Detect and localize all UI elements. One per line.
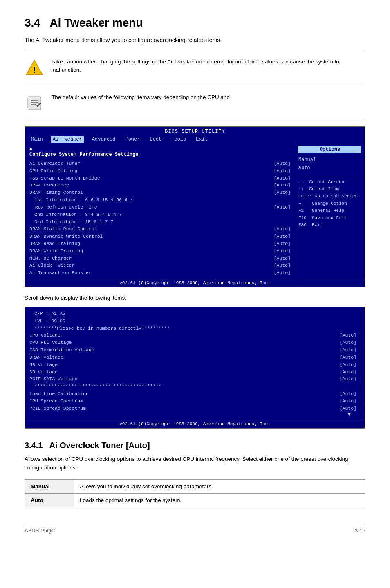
bios2-pcie-sata: PCIE SATA Voltage[Auto]: [29, 375, 356, 383]
option-label-manual: Manual: [25, 479, 74, 493]
section-title-text: Ai Tweaker menu: [49, 16, 143, 29]
svg-text:!: !: [33, 65, 36, 75]
footer-right: 3-15: [355, 527, 365, 534]
bios2-cpu-pll: CPU PLL Voltage[Auto]: [29, 339, 356, 346]
bios2-please-key: ********Please key in numbers directly!*…: [29, 325, 356, 332]
bios-row-dram-static: DRAM Static Read Control[Auto]: [29, 225, 291, 233]
option-manual: Manual: [298, 156, 361, 164]
bios2-main: C/P : A1 A2 LVL : 09 09 ********Please k…: [25, 307, 361, 420]
caution-box: ! Take caution when changing the setting…: [25, 52, 365, 83]
footer-left: ASUS P5QC: [25, 527, 55, 534]
option-label-auto: Auto: [25, 493, 74, 507]
bios-screen-1: BIOS SETUP UTILITY Main Ai Tweaker Advan…: [25, 126, 365, 287]
option-desc-auto: Loads the optimal settings for the syste…: [74, 493, 365, 507]
bios2-pcie-spread: PCIE Spread Spectrum[Auto]: [29, 405, 356, 412]
bios2-sb-voltage: SB Voltage[Auto]: [29, 368, 356, 376]
warning-icon: !: [25, 58, 44, 77]
bios-row-dram-read: DRAM Read Training[Auto]: [29, 240, 291, 247]
bios2-cp: C/P : A1 A2: [29, 310, 356, 317]
bios-content: ▲Configure System Performance Settings A…: [25, 144, 365, 279]
bios-sidebar: Options Manual Auto ←→ Select Screen ↑↓ …: [295, 144, 365, 279]
bios-footer-2: v02.61 (C)Copyright 1985-2008, American …: [25, 420, 365, 428]
bios-row-ai-clock: Ai Clock Twister[Auto]: [29, 262, 291, 269]
nav-exit[interactable]: Exit: [194, 136, 209, 143]
bios2-lvl: LVL : 09 09: [29, 317, 356, 325]
bios2-cpu-spread: CPU Spread Spectrum[Auto]: [29, 397, 356, 405]
help-f10: F10 Save and Exit: [298, 215, 361, 222]
bios-nav: Main Ai Tweaker Advanced Power Boot Tool…: [25, 135, 365, 144]
note-box: The default values of the following item…: [25, 89, 365, 119]
bios-row-dram-freq: DRAM Frequency[Auto]: [29, 182, 291, 189]
bios-row-dram-write: DRAM Write Training[Auto]: [29, 247, 291, 255]
note-text: The default values of the following item…: [52, 93, 230, 101]
options-table-body: Manual Allows you to individually set ov…: [25, 479, 365, 507]
nav-tools[interactable]: Tools: [170, 136, 188, 143]
nav-main[interactable]: Main: [29, 136, 45, 143]
intro-text: The Ai Tweaker menu items allow you to c…: [25, 37, 365, 43]
bios-row-cpu-ratio: CPU Ratio Setting[Auto]: [29, 167, 291, 175]
bios-row-ai-trans: Ai Transaction Booster[Auto]: [29, 269, 291, 276]
help-enter: Enter Go to Sub Screen: [298, 193, 361, 200]
section-number: 3.4: [25, 16, 40, 29]
subsection-title: 3.4.1 Ai Overclock Tuner [Auto]: [25, 441, 365, 450]
bios2-separator: ****************************************…: [29, 383, 356, 390]
bios-row-mem-oc: MEM. OC Charger[Auto]: [29, 255, 291, 262]
caution-text: Take caution when changing the settings …: [51, 58, 365, 74]
help-select-screen: ←→ Select Screen: [298, 179, 361, 186]
options-title: Options: [298, 146, 361, 153]
bios-help: ←→ Select Screen ↑↓ Select Item Enter Go…: [298, 176, 361, 229]
bios-footer-1: v02.61 (C)Copyright 1985-2008, American …: [25, 279, 365, 287]
bios-row-3rd-info: 3rd Information : 15-6-1-7-7: [29, 218, 291, 226]
subsection-number: 3.4.1: [25, 441, 43, 450]
bios-row-ai-overclock: Ai Overclock Tuner[Auto]: [29, 160, 291, 167]
bios-row-2nd-info: 2nd Information : 8-4-8-4-9-4-7: [29, 211, 291, 218]
help-f1: F1 General Help: [298, 207, 361, 215]
bios2-scrollbar: [361, 307, 365, 420]
bios-row-1st-info: 1st Information : 6-6-6-15-4-36-6-4: [29, 196, 291, 204]
table-row: Auto Loads the optimal settings for the …: [25, 493, 365, 507]
bios-row-dram-timing: DRAM Timing Control[Auto]: [29, 189, 291, 196]
svg-rect-2: [28, 97, 41, 110]
help-select-item: ↑↓ Select Item: [298, 186, 361, 193]
nav-power[interactable]: Power: [123, 136, 141, 143]
bios-row-row-refresh: Row Refresh Cycle Time[Auto]: [29, 204, 291, 211]
option-desc-manual: Allows you to individually set overclock…: [74, 479, 365, 493]
bios2-content: C/P : A1 A2 LVL : 09 09 ********Please k…: [25, 307, 365, 420]
help-change-option: +- Change Option: [298, 200, 361, 208]
page-footer: ASUS P5QC 3-15: [25, 524, 365, 534]
help-esc: ESC Exit: [298, 222, 361, 229]
bios-screen-2: C/P : A1 A2 LVL : 09 09 ********Please k…: [25, 307, 365, 429]
table-row: Manual Allows you to individually set ov…: [25, 479, 365, 493]
scroll-down-text: Scroll down to display the following ite…: [25, 295, 365, 301]
bios2-dram-voltage: DRAM Voltage[Auto]: [29, 354, 356, 361]
bios2-cpu-voltage: CPU Voltage[Auto]: [29, 332, 356, 339]
subsection-title-text: Ai Overclock Tuner [Auto]: [49, 441, 150, 450]
note-icon: [25, 93, 44, 113]
options-table: Manual Allows you to individually set ov…: [25, 479, 365, 507]
bios-row-dram-dynamic: DRAM Dynamic Write Control[Auto]: [29, 233, 291, 240]
bios2-load-line: Load-Line Calibration[Auto]: [29, 390, 356, 397]
option-auto: Auto: [298, 164, 361, 172]
bios-section-label: ▲Configure System Performance Settings: [29, 146, 291, 157]
section-title: 3.4 Ai Tweaker menu: [25, 16, 365, 29]
nav-ai-tweaker[interactable]: Ai Tweaker: [51, 136, 84, 143]
bios-main-panel: ▲Configure System Performance Settings A…: [25, 144, 295, 279]
subsection-intro: Allows selection of CPU overclocking opt…: [25, 455, 365, 472]
nav-boot[interactable]: Boot: [148, 136, 163, 143]
bios2-nb-voltage: NB Voltage[Auto]: [29, 361, 356, 368]
bios-row-fsb-strap: FSB Strap to North Bridge[Auto]: [29, 175, 291, 182]
nav-advanced[interactable]: Advanced: [90, 136, 117, 143]
bios2-fsb-term: FSB Termination Voltage[Auto]: [29, 346, 356, 354]
bios-header: BIOS SETUP UTILITY: [25, 127, 365, 135]
